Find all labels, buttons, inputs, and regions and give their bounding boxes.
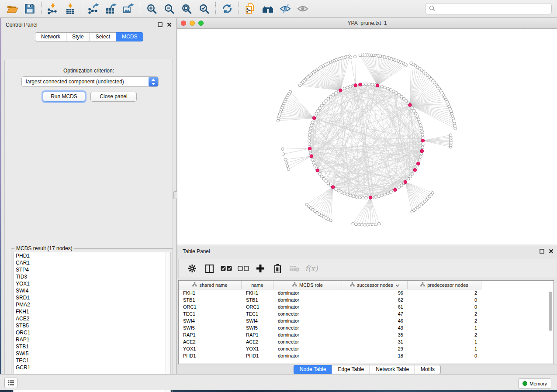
table-row[interactable]: SWI5SWI5connector431 — [179, 324, 481, 331]
table-row[interactable]: ACE2ACE2connector311 — [179, 338, 481, 345]
network-node[interactable] — [281, 148, 284, 150]
import-network-icon[interactable] — [45, 2, 60, 15]
mcds-node[interactable] — [316, 169, 319, 172]
zoom-out-icon[interactable] — [162, 2, 176, 15]
node-table[interactable]: shared namenameMCDS rolesuccessor nodesp… — [178, 280, 554, 364]
hide-selected-icon[interactable] — [278, 2, 293, 15]
network-node[interactable] — [421, 130, 424, 133]
network-node[interactable] — [421, 146, 424, 149]
network-node[interactable] — [284, 158, 287, 161]
network-node[interactable] — [327, 97, 330, 100]
refresh-icon[interactable] — [220, 2, 235, 15]
table-row[interactable]: TEC1TEC1connector472 — [179, 310, 481, 317]
network-node[interactable] — [349, 85, 352, 88]
mcds-result-item[interactable]: CAR1 — [14, 259, 166, 266]
show-all-icon[interactable] — [295, 2, 310, 15]
network-node[interactable] — [325, 180, 328, 183]
network-node[interactable] — [309, 127, 312, 130]
network-node[interactable] — [340, 191, 343, 194]
network-node[interactable] — [418, 158, 421, 162]
network-node[interactable] — [311, 158, 314, 162]
network-node[interactable] — [287, 168, 290, 170]
network-node[interactable] — [325, 100, 328, 103]
mcds-result-item[interactable]: RAP1 — [14, 336, 166, 343]
float-icon[interactable] — [539, 248, 545, 254]
column-header-successor-nodes[interactable]: successor nodes — [342, 281, 408, 289]
network-node[interactable] — [329, 95, 332, 98]
network-node[interactable] — [415, 112, 418, 115]
run-mcds-button[interactable]: Run MCDS — [43, 92, 85, 102]
mcds-result-item[interactable]: TEC1 — [14, 357, 166, 364]
network-node[interactable] — [359, 54, 361, 56]
mcds-node[interactable] — [413, 168, 417, 172]
mcds-node[interactable] — [404, 180, 407, 184]
mcds-node[interactable] — [416, 162, 420, 165]
zoom-fit-icon[interactable] — [179, 2, 194, 15]
table-row[interactable]: SWI4SWI4dominator462 — [179, 317, 481, 324]
mcds-result-item[interactable]: SRD1 — [14, 294, 166, 301]
network-node[interactable] — [389, 89, 392, 92]
table-row[interactable]: ORC1ORC1dominator610 — [179, 303, 481, 310]
add-icon[interactable] — [254, 262, 267, 275]
network-node[interactable] — [337, 189, 340, 193]
network-node[interactable] — [420, 127, 423, 130]
network-node[interactable] — [400, 95, 403, 98]
column-header-MCDS-role[interactable]: MCDS role — [273, 281, 342, 289]
mcds-node[interactable] — [408, 103, 412, 107]
network-node[interactable] — [375, 223, 377, 225]
network-node[interactable] — [311, 121, 314, 124]
mcds-result-item[interactable]: SWI5 — [14, 350, 166, 357]
network-node[interactable] — [366, 224, 369, 226]
mcds-node[interactable] — [310, 155, 313, 158]
network-node[interactable] — [320, 104, 323, 107]
export-network-icon[interactable] — [86, 2, 101, 15]
network-node[interactable] — [413, 110, 416, 113]
mcds-result-item[interactable]: STB5 — [14, 322, 166, 329]
network-node[interactable] — [298, 84, 301, 87]
network-node[interactable] — [354, 223, 357, 225]
network-node[interactable] — [322, 102, 325, 105]
network-node[interactable] — [405, 100, 408, 103]
mcds-result-item[interactable]: YOX1 — [14, 280, 166, 287]
network-node[interactable] — [343, 192, 346, 195]
tab-network-table[interactable]: Network Table — [370, 365, 415, 374]
show-columns-icon[interactable] — [203, 262, 216, 275]
mcds-result-item[interactable]: PMA2 — [14, 301, 166, 308]
mcds-node[interactable] — [312, 117, 316, 120]
network-node[interactable] — [386, 87, 389, 90]
network-node[interactable] — [368, 83, 371, 86]
network-node[interactable] — [422, 143, 425, 146]
network-node[interactable] — [416, 115, 419, 118]
column-header-predecessor-nodes[interactable]: predecessor nodes — [408, 281, 481, 289]
table-row[interactable]: STB1STB1dominator620 — [179, 296, 481, 303]
table-row[interactable]: PHD1PHD1dominator180 — [179, 352, 481, 359]
network-node[interactable] — [389, 191, 392, 194]
select-all-icon[interactable] — [220, 262, 233, 275]
network-node[interactable] — [335, 188, 338, 191]
network-node[interactable] — [318, 107, 322, 110]
network-node[interactable] — [384, 193, 387, 196]
network-node[interactable] — [315, 112, 318, 115]
mcds-result-item[interactable]: ORC1 — [14, 329, 166, 336]
network-node[interactable] — [449, 134, 452, 136]
tab-network[interactable]: Network — [35, 32, 66, 41]
network-node[interactable] — [398, 93, 401, 96]
mcds-result-item[interactable]: ACE2 — [14, 315, 166, 322]
network-node[interactable] — [308, 133, 311, 136]
network-node[interactable] — [421, 133, 424, 136]
mcds-node[interactable] — [369, 196, 372, 199]
deselect-all-icon[interactable] — [237, 262, 250, 275]
network-node[interactable] — [357, 223, 360, 226]
network-node[interactable] — [358, 196, 361, 199]
zoom-in-icon[interactable] — [144, 2, 159, 15]
network-node[interactable] — [310, 124, 313, 127]
mcds-result-item[interactable]: STP4 — [14, 266, 166, 273]
close-panel-button[interactable]: Close panel — [90, 92, 137, 102]
mcds-node[interactable] — [354, 84, 357, 87]
network-node[interactable] — [343, 87, 346, 90]
table-row[interactable]: YOX1YOX1connector291 — [179, 345, 481, 352]
network-node[interactable] — [371, 83, 374, 86]
network-node[interactable] — [372, 223, 375, 226]
tab-mcds[interactable]: MCDS — [116, 32, 143, 41]
network-node[interactable] — [407, 177, 410, 180]
